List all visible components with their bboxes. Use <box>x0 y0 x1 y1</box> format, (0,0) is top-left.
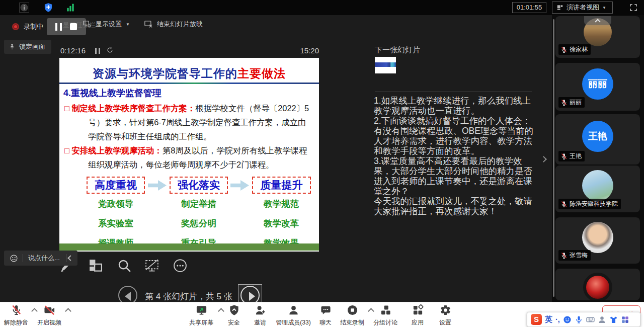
divider <box>66 254 66 262</box>
chat-quick-bar: 说点什么... <box>4 251 77 266</box>
slide-title-red: 主要做法 <box>237 67 286 80</box>
pause-recording-button[interactable] <box>55 23 62 31</box>
participant-name: 徐家林 <box>570 45 588 54</box>
chat-input[interactable]: 说点什么... <box>23 254 66 263</box>
flow-item: 制定举措 <box>170 198 228 210</box>
chevron-down-icon: ▼ <box>126 22 130 27</box>
participant-tile[interactable]: 丽丽 丽丽 <box>555 63 640 111</box>
slide-bullet-1: □ 制定线上教学秩序督查工作方案：根据学校文件（督导〔2022〕5号）要求，针对… <box>64 101 314 143</box>
flow-box-3: 质量提升 <box>252 177 311 194</box>
clock-time: 15:20 <box>289 46 319 55</box>
slide-position-label: 第 4 张幻灯片，共 5 张 <box>145 291 232 302</box>
ime-keyboard-icon[interactable] <box>586 315 595 324</box>
participant-tile[interactable]: 张雪梅 <box>555 217 640 264</box>
slide-title-divider <box>59 83 319 84</box>
muted-mic-icon <box>11 304 22 316</box>
flow-item: 奖惩分明 <box>170 217 228 229</box>
view-mode-label: 演讲者视图 <box>567 3 599 12</box>
notes-divider <box>375 92 532 92</box>
chevron-up-icon <box>595 19 600 24</box>
flow-arrow-icon <box>230 180 249 191</box>
slide-bullet-2: □ 安排线上教学观摩活动：第8周及以后，学院对所有线上教学课程组织观摩活动，每位… <box>64 143 314 172</box>
view-mode-dropdown[interactable]: 演讲者视图 ▼ <box>552 2 613 14</box>
participant-tile[interactable]: 陈浩安徽科技学院 <box>555 166 640 212</box>
meeting-window: 01:01:55 演讲者视图 ▼ 显示任务栏 录制中 显示设置 ▼ 结束幻灯片放… <box>0 0 644 327</box>
participant-tile[interactable] <box>555 269 640 300</box>
display-settings-icon <box>83 20 92 29</box>
participant-name-badge: 徐家林 <box>558 44 591 55</box>
speaker-notes: 1.如果线上教学继续进行，那么我们线上教学观摩活动也一直进行。 2.下面谈谈就搞… <box>374 96 534 216</box>
black-screen-button[interactable] <box>144 258 159 273</box>
participants-scrollbar[interactable] <box>553 19 554 297</box>
timer-pause-button[interactable] <box>95 48 100 54</box>
lock-screen-button[interactable]: 锁定画面 <box>4 40 51 54</box>
next-slide-header: 下一张幻灯片 <box>375 45 420 55</box>
avatar <box>583 273 612 300</box>
participant-name-badge: 丽丽 <box>558 97 585 108</box>
ime-toolbox-icon[interactable] <box>621 315 629 324</box>
stop-record-icon <box>347 304 358 316</box>
panel-expand-icon[interactable] <box>540 156 547 162</box>
start-video-button[interactable]: 开启视频 <box>25 304 73 327</box>
muted-camera-icon <box>44 304 55 316</box>
slide-heading: 4.重视线上教学监督管理 <box>63 87 162 99</box>
fullscreen-icon[interactable] <box>629 3 638 12</box>
flow-diagram: 高度重视 强化落实 质量提升 <box>59 177 319 195</box>
invite-person-icon <box>255 304 266 316</box>
end-slideshow-icon <box>144 20 153 29</box>
flow-item: 教学规范 <box>252 198 310 210</box>
protection-shield-icon[interactable] <box>43 3 53 13</box>
avatar <box>582 222 613 253</box>
zoom-slide-button[interactable] <box>117 258 132 273</box>
display-settings-label: 显示设置 <box>96 20 122 29</box>
info-tray-icon[interactable] <box>19 3 29 13</box>
ime-language-toggle[interactable]: 英 <box>545 315 552 324</box>
ime-account-icon[interactable] <box>598 315 606 324</box>
slide-footer-bar <box>59 243 319 251</box>
participant-tile[interactable]: 徐家林 <box>555 16 640 58</box>
muted-mic-icon <box>560 153 568 160</box>
bullet-2-label: □ 安排线上教学观摩活动： <box>64 146 163 155</box>
ime-emoji-icon[interactable] <box>563 315 572 324</box>
record-dot-icon <box>12 23 19 30</box>
muted-mic-icon <box>560 46 568 53</box>
flow-item: 教学改革 <box>252 217 310 229</box>
network-signal-icon[interactable] <box>65 3 75 13</box>
breakout-squares-icon <box>380 304 391 316</box>
current-slide[interactable]: 资源与环境学院督导工作的主要做法 4.重视线上教学监督管理 □ 制定线上教学秩序… <box>59 58 319 252</box>
ime-toolbar: S 英 ·, <box>527 312 640 327</box>
titlebar: 01:01:55 演讲者视图 ▼ <box>0 0 644 15</box>
avatar: 王艳 <box>582 121 613 152</box>
emoji-icon[interactable] <box>10 254 18 263</box>
meeting-duration: 01:01:55 <box>512 2 546 13</box>
participant-tile[interactable]: 王艳 王艳 <box>555 114 640 165</box>
next-slide-thumbnail[interactable] <box>375 57 396 73</box>
timer-reset-button[interactable] <box>106 46 114 54</box>
presenter-layout-icon <box>556 4 564 11</box>
bullet-1-label: □ 制定线上教学秩序督查工作方案： <box>64 104 195 113</box>
all-slides-button[interactable] <box>88 258 103 273</box>
flow-box-2: 强化落实 <box>170 177 228 194</box>
settings-button[interactable]: 设置 <box>421 304 469 327</box>
stop-recording-square-button[interactable] <box>70 23 77 30</box>
ime-punctuation-toggle[interactable]: ·, <box>555 315 560 323</box>
avatar <box>582 170 613 201</box>
ime-skin-icon[interactable] <box>609 315 618 324</box>
start-video-label: 开启视频 <box>25 318 73 327</box>
muted-mic-icon <box>560 252 568 259</box>
end-slideshow-button[interactable]: 结束幻灯片放映 <box>144 20 203 29</box>
recording-label: 录制中 <box>24 22 43 31</box>
collapse-videos-button[interactable] <box>584 16 611 25</box>
participant-name-badge: 陈浩安徽科技学院 <box>558 199 621 209</box>
participant-name-badge: 张雪梅 <box>558 250 591 261</box>
lock-screen-label: 锁定画面 <box>19 42 45 51</box>
gear-icon <box>440 304 451 316</box>
sogou-logo-icon[interactable]: S <box>531 314 542 325</box>
collapse-left-icon[interactable] <box>67 255 73 261</box>
more-options-button[interactable] <box>173 258 188 273</box>
share-screen-icon <box>196 304 207 316</box>
muted-mic-icon <box>560 99 568 106</box>
display-settings-button[interactable]: 显示设置 ▼ <box>83 20 130 29</box>
participants-panel: 徐家林 丽丽 丽丽 王艳 王艳 陈浩安徽科技学院 <box>552 15 644 302</box>
ime-voice-icon[interactable] <box>575 315 583 324</box>
